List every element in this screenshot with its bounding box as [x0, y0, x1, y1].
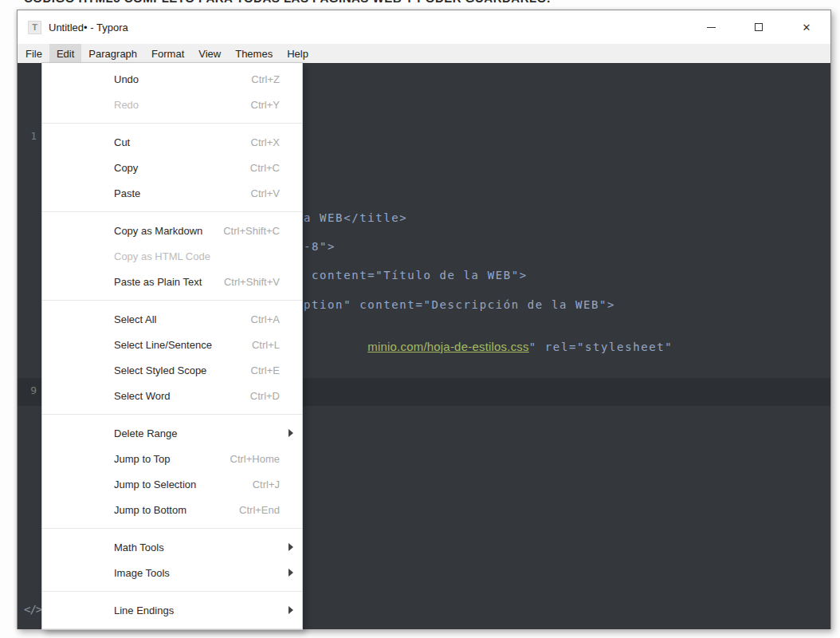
menu-item-cut[interactable]: Cut Ctrl+X	[42, 129, 302, 155]
code-line-charset: -8">	[304, 240, 336, 253]
code-line-meta-description: ption" content="Descripción de la WEB">	[304, 298, 615, 311]
menu-item-paste[interactable]: Paste Ctrl+V	[42, 180, 302, 206]
window-controls: ✕	[687, 10, 830, 44]
menu-separator	[42, 628, 302, 629]
menubar-item-edit[interactable]: Edit	[49, 44, 81, 63]
titlebar[interactable]: T Untitled• - Typora ✕	[18, 10, 830, 44]
code-line-title: a WEB</title>	[304, 211, 407, 224]
line-number-1: 1	[18, 130, 37, 142]
typora-app-icon: T	[28, 21, 41, 34]
minimize-button[interactable]	[687, 10, 735, 44]
menu-separator	[42, 414, 302, 415]
menu-item-paste-as-plain-text[interactable]: Paste as Plain Text Ctrl+Shift+V	[42, 269, 302, 294]
clipped-background-text: CODIGO HTML5 COMPLETO PARA TODAS LAS PAG…	[24, 0, 578, 6]
submenu-arrow-icon	[289, 606, 293, 614]
source-code-icon: </>	[24, 603, 41, 616]
menu-item-copy-as-html-code[interactable]: Copy as HTML Code	[42, 243, 302, 269]
menu-item-select-word[interactable]: Select Word Ctrl+D	[42, 383, 302, 408]
menubar: File Edit Paragraph Format View Themes H…	[18, 44, 830, 63]
menu-item-jump-to-top[interactable]: Jump to Top Ctrl+Home	[42, 446, 302, 471]
maximize-button[interactable]	[735, 10, 783, 44]
menubar-item-view[interactable]: View	[191, 44, 228, 63]
stylesheet-rel-attr: " rel="stylesheet"	[529, 341, 673, 353]
menubar-item-themes[interactable]: Themes	[228, 44, 280, 63]
menubar-item-paragraph[interactable]: Paragraph	[81, 44, 144, 63]
code-line-meta-title: content="Título de la WEB">	[304, 269, 528, 282]
edit-dropdown-menu: Undo Ctrl+Z Redo Ctrl+Y Cut Ctrl+X Copy …	[41, 62, 303, 630]
close-button[interactable]: ✕	[783, 10, 830, 44]
menu-separator	[42, 591, 302, 592]
menu-item-undo[interactable]: Undo Ctrl+Z	[42, 66, 302, 92]
minimize-icon	[707, 27, 716, 28]
menubar-item-file[interactable]: File	[18, 44, 49, 63]
menu-separator	[42, 123, 302, 124]
menubar-item-help[interactable]: Help	[280, 44, 316, 63]
menu-separator	[42, 300, 302, 301]
menu-separator	[42, 211, 302, 212]
menu-item-select-all[interactable]: Select All Ctrl+A	[42, 306, 302, 332]
menu-separator	[42, 528, 302, 529]
menu-item-image-tools[interactable]: Image Tools	[42, 560, 302, 585]
menu-item-copy[interactable]: Copy Ctrl+C	[42, 155, 302, 180]
menu-item-jump-to-bottom[interactable]: Jump to Bottom Ctrl+End	[42, 497, 302, 522]
code-line-stylesheet: minio.com/hoja-de-estilos.css" rel="styl…	[304, 327, 673, 366]
menu-item-copy-as-markdown[interactable]: Copy as Markdown Ctrl+Shift+C	[42, 218, 302, 243]
clipped-background-text-content: CODIGO HTML5 COMPLETO PARA TODAS LAS PAG…	[24, 0, 578, 5]
maximize-icon	[755, 23, 763, 31]
menu-item-select-line-sentence[interactable]: Select Line/Sentence Ctrl+L	[42, 332, 302, 357]
window-title: Untitled• - Typora	[49, 22, 128, 33]
menu-item-select-styled-scope[interactable]: Select Styled Scope Ctrl+E	[42, 357, 302, 383]
submenu-arrow-icon	[289, 569, 293, 577]
menu-item-math-tools[interactable]: Math Tools	[42, 534, 302, 560]
menubar-item-format[interactable]: Format	[144, 44, 191, 63]
menu-item-line-endings[interactable]: Line Endings	[42, 597, 302, 623]
submenu-arrow-icon	[289, 543, 293, 551]
line-number-9: 9	[18, 384, 37, 396]
menu-item-jump-to-selection[interactable]: Jump to Selection Ctrl+J	[42, 471, 302, 497]
close-icon: ✕	[803, 22, 811, 33]
menu-item-delete-range[interactable]: Delete Range	[42, 420, 302, 446]
screen: CODIGO HTML5 COMPLETO PARA TODAS LAS PAG…	[0, 0, 840, 638]
menu-item-redo[interactable]: Redo Ctrl+Y	[42, 92, 302, 117]
stylesheet-url-link[interactable]: minio.com/hoja-de-estilos.css	[367, 340, 529, 353]
submenu-arrow-icon	[289, 429, 293, 437]
